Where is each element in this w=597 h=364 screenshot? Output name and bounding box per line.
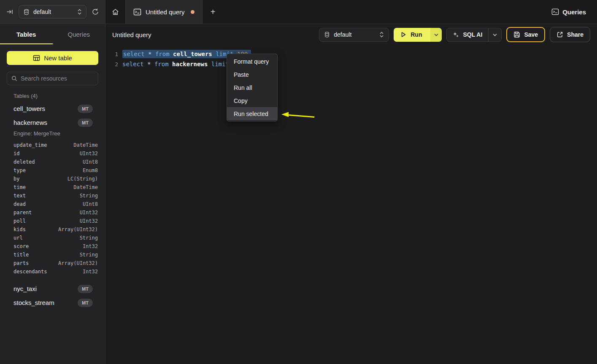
run-button-label: Run xyxy=(411,31,422,38)
save-button-label: Save xyxy=(524,31,538,38)
table-row-cell-towers[interactable]: cell_towers MT xyxy=(7,102,98,116)
table-row-hackernews[interactable]: hackernews MT xyxy=(7,116,98,129)
column-type: DateTime xyxy=(73,142,98,148)
column-row: idUInt32 xyxy=(7,149,98,158)
updown-chevron-icon xyxy=(379,32,384,38)
query-title: Untitled query xyxy=(112,31,151,38)
column-row: textString xyxy=(7,191,98,200)
token-kw: from xyxy=(154,61,169,67)
sql-editor[interactable]: 1select * from cell_towers limit 1002sel… xyxy=(105,45,597,69)
column-name: descendants xyxy=(14,269,83,275)
database-selector[interactable]: default xyxy=(19,5,86,19)
code-text: select * from hackernews limit xyxy=(122,61,229,67)
column-type: UInt8 xyxy=(83,159,98,165)
token-kw: select xyxy=(123,51,145,57)
sidebar-tab-queries[interactable]: Queries xyxy=(53,24,105,44)
search-icon xyxy=(11,75,17,81)
database-icon xyxy=(324,32,330,38)
column-type: DateTime xyxy=(73,184,98,190)
queries-button[interactable]: Queries xyxy=(551,8,586,16)
column-row: deadUInt8 xyxy=(7,200,98,208)
line-number: 1 xyxy=(105,51,118,57)
column-name: text xyxy=(14,193,80,199)
column-row: urlString xyxy=(7,234,98,242)
table-name: cell_towers xyxy=(14,105,78,112)
token-kw: from xyxy=(155,51,170,57)
home-tab[interactable] xyxy=(105,0,125,24)
column-row: deletedUInt8 xyxy=(7,158,98,166)
column-row: parentUInt32 xyxy=(7,208,98,217)
refresh-button[interactable] xyxy=(92,8,99,16)
column-name: id xyxy=(14,151,80,156)
column-name: url xyxy=(14,235,80,241)
table-name: stocks_stream xyxy=(14,299,78,306)
sidebar-tab-tables[interactable]: Tables xyxy=(0,24,53,44)
sql-ai-button-group: SQL AI xyxy=(446,28,502,42)
tab-title: Untitled query xyxy=(146,8,185,16)
context-menu-item-run-all[interactable]: Run all xyxy=(227,81,277,94)
tab-untitled-query[interactable]: Untitled query xyxy=(125,0,203,24)
column-row: descendantsInt32 xyxy=(7,267,98,276)
token-plain: * xyxy=(144,61,154,67)
token-plain xyxy=(170,51,173,57)
engine-badge: MT xyxy=(78,105,93,113)
run-options-button[interactable] xyxy=(430,28,442,42)
column-row: titleString xyxy=(7,251,98,259)
code-line[interactable]: 2select * from hackernews limit xyxy=(105,59,597,69)
column-type: UInt32 xyxy=(80,218,98,224)
column-type: String xyxy=(80,193,98,199)
new-table-button[interactable]: New table xyxy=(7,51,98,65)
run-button[interactable]: Run xyxy=(394,28,430,42)
query-header: Untitled query default xyxy=(105,24,597,45)
tables-section-label: Tables (4) xyxy=(7,93,98,99)
chevron-down-icon xyxy=(493,33,497,36)
share-button[interactable]: Share xyxy=(550,27,590,42)
sql-ai-options-button[interactable] xyxy=(489,28,501,41)
column-type: UInt8 xyxy=(83,201,98,207)
share-button-label: Share xyxy=(567,31,583,38)
sql-ai-button[interactable]: SQL AI xyxy=(447,28,489,41)
code-line[interactable]: 1select * from cell_towers limit 100 xyxy=(105,49,597,59)
main-panel: Untitled query default xyxy=(105,24,597,364)
context-menu-item-format-query[interactable]: Format query xyxy=(227,55,277,68)
column-row: typeEnum8 xyxy=(7,166,98,175)
topbar-spacer xyxy=(224,0,552,24)
column-type: LC(String) xyxy=(68,176,98,182)
token-plain xyxy=(212,51,216,57)
column-type: Enum8 xyxy=(83,167,98,173)
column-list: update_timeDateTimeidUInt32deletedUInt8t… xyxy=(7,141,98,276)
sidebar-tabs: Tables Queries xyxy=(0,24,105,44)
column-row: partsArray(UInt32) xyxy=(7,259,98,267)
new-table-label: New table xyxy=(44,54,72,62)
context-menu-item-run-selected[interactable]: Run selected xyxy=(227,107,277,120)
run-button-group: Run xyxy=(394,28,442,42)
table-row-stocks-stream[interactable]: stocks_stream MT xyxy=(7,296,98,310)
column-name: title xyxy=(14,252,80,258)
save-button[interactable]: Save xyxy=(506,27,545,42)
column-name: parent xyxy=(14,210,80,216)
app-window: default xyxy=(0,0,597,364)
column-type: String xyxy=(80,235,98,241)
context-menu-item-copy[interactable]: Copy xyxy=(227,94,277,107)
table-name: nyc_taxi xyxy=(14,285,78,292)
queries-button-label: Queries xyxy=(562,8,586,16)
new-tab-button[interactable]: + xyxy=(203,0,224,24)
column-type: UInt32 xyxy=(80,210,98,216)
topbar-left-section: default xyxy=(0,0,105,24)
updown-chevron-icon xyxy=(77,9,82,15)
search-input[interactable] xyxy=(21,75,94,82)
table-row-nyc-taxi[interactable]: nyc_taxi MT xyxy=(7,282,98,296)
column-row: update_timeDateTime xyxy=(7,141,98,149)
sparkles-icon xyxy=(453,32,459,38)
query-database-selector[interactable]: default xyxy=(319,28,389,42)
collapse-sidebar-button[interactable] xyxy=(6,8,14,16)
column-name: kids xyxy=(14,226,58,232)
column-type: Int32 xyxy=(83,243,98,249)
context-menu-item-paste[interactable]: Paste xyxy=(227,68,277,81)
engine-badge: MT xyxy=(78,119,93,127)
column-type: String xyxy=(80,252,98,258)
sidebar: Tables Queries New table xyxy=(0,24,105,364)
sql-ai-label: SQL AI xyxy=(463,31,482,38)
chevron-down-icon xyxy=(434,33,438,36)
column-row: pollUInt32 xyxy=(7,217,98,225)
